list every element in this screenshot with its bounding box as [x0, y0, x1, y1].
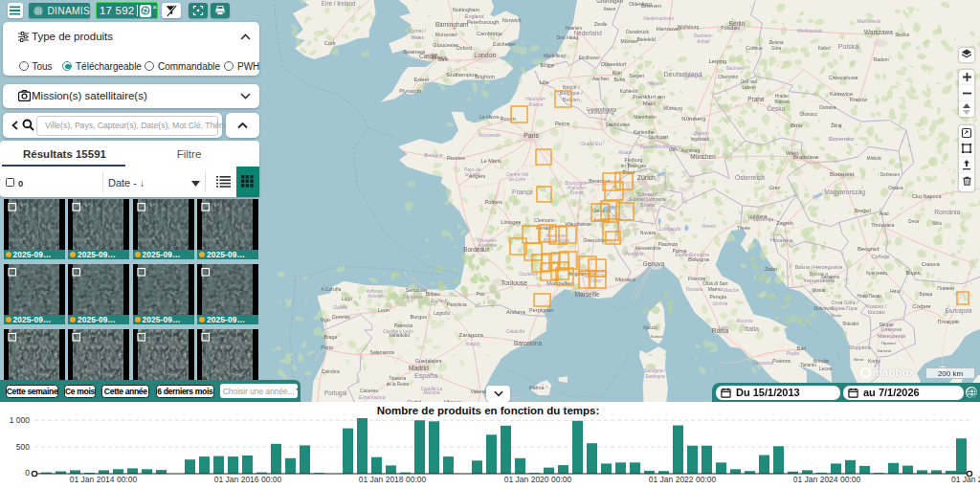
svg-text:Marino: Marino: [708, 286, 724, 292]
svg-text:Ниш: Ниш: [890, 288, 901, 294]
svg-text:Sachsen-: Sachsen-: [694, 33, 714, 38]
svg-text:Aachen: Aachen: [592, 76, 609, 81]
svg-text:Osnabrück: Osnabrück: [626, 29, 650, 34]
svg-text:Alsace: Alsace: [617, 150, 633, 155]
svg-text:Chemnitz: Chemnitz: [718, 74, 739, 79]
svg-text:Beograd: Beograd: [858, 246, 880, 252]
svg-text:Bretagne: Bretagne: [424, 153, 443, 158]
svg-text:Toscana: Toscana: [685, 287, 702, 292]
svg-text:Sardigna /: Sardigna /: [644, 368, 666, 373]
svg-text:Rouen: Rouen: [501, 116, 516, 122]
svg-text:Umbria: Umbria: [713, 301, 728, 306]
svg-text:Ústí nad: Ústí nad: [741, 78, 758, 84]
svg-text:de Loire: de Loire: [509, 177, 526, 182]
svg-text:Kraków: Kraków: [850, 97, 867, 102]
svg-text:Toulouse: Toulouse: [501, 279, 528, 286]
svg-text:Svizra: Svizra: [640, 202, 655, 208]
svg-text:Grand Est: Grand Est: [581, 142, 602, 146]
svg-text:Ingolstadt: Ingolstadt: [690, 137, 710, 142]
svg-text:Potenza: Potenza: [772, 358, 791, 364]
svg-text:Le Havre: Le Havre: [479, 114, 500, 120]
svg-text:Mazowiecki: Mazowiecki: [858, 19, 882, 24]
svg-text:Groningen: Groningen: [596, 0, 623, 4]
svg-text:Olomouc: Olomouc: [800, 112, 818, 117]
svg-text:Brugge: Brugge: [540, 63, 554, 68]
svg-text:Praha: Praha: [747, 96, 765, 102]
svg-text:Talavera: Talavera: [390, 376, 407, 381]
svg-text:Kosovo /: Kosovo /: [866, 303, 886, 309]
svg-text:España: España: [414, 371, 437, 380]
svg-text:Plymouth: Plymouth: [399, 88, 421, 94]
svg-text:Hauts-de-: Hauts-de-: [525, 97, 546, 101]
svg-text:Köln: Köln: [612, 70, 622, 76]
svg-text:im Breisgau: im Breisgau: [621, 163, 647, 168]
svg-text:Marche: Marche: [724, 288, 739, 293]
svg-text:Slovenija: Slovenija: [752, 216, 773, 222]
svg-text:Враца: Враца: [920, 292, 933, 297]
svg-text:Zwolle: Zwolle: [594, 22, 608, 27]
svg-text:Grenoble: Grenoble: [583, 237, 605, 243]
svg-text:Ourense: Ourense: [332, 314, 351, 320]
svg-text:Cantabria: Cantabria: [403, 295, 423, 300]
svg-text:Middelburg: Middelburg: [544, 54, 566, 58]
svg-text:Thüringen: Thüringen: [681, 74, 702, 78]
svg-text:Coimbra: Coimbra: [322, 368, 340, 374]
svg-text:Warszawa: Warszawa: [864, 29, 893, 35]
svg-text:Kotor: Kotor: [832, 313, 841, 318]
svg-text:Bayern: Bayern: [694, 131, 709, 136]
svg-text:Comté: Comté: [570, 190, 584, 195]
svg-text:Debrecen: Debrecen: [880, 172, 900, 177]
svg-text:London: London: [474, 52, 496, 58]
svg-text:Galicia: Galicia: [333, 305, 347, 310]
svg-text:Swansea: Swansea: [403, 49, 426, 55]
svg-text:Zielona: Zielona: [768, 40, 784, 45]
svg-text:Budapest: Budapest: [830, 171, 855, 177]
svg-text:Cáceres: Cáceres: [360, 388, 378, 393]
svg-text:Koblenz: Koblenz: [620, 88, 638, 94]
svg-text:Kalisz: Kalisz: [818, 46, 831, 51]
svg-text:Timișoara: Timișoara: [871, 222, 895, 228]
svg-text:Žilina: Žilina: [831, 122, 841, 128]
svg-text:Palencia: Palencia: [394, 322, 413, 328]
svg-text:la Loire: la Loire: [465, 172, 480, 177]
svg-text:Hrvatska: Hrvatska: [770, 237, 793, 243]
svg-text:Mostar: Mostar: [813, 288, 827, 293]
svg-text:Labem: Labem: [743, 85, 756, 90]
svg-text:Králové: Králové: [774, 100, 790, 104]
svg-text:0: 0: [25, 468, 30, 478]
svg-text:Paris: Paris: [523, 132, 539, 139]
svg-text:Le Mans: Le Mans: [481, 158, 501, 164]
svg-text:Arad: Arad: [880, 211, 889, 216]
svg-text:Würzburg: Würzburg: [663, 106, 682, 111]
svg-text:Guadalajara: Guadalajara: [415, 358, 442, 364]
svg-text:Monaco: Monaco: [615, 277, 636, 282]
svg-text:Крагуевац: Крагуевац: [866, 271, 887, 276]
svg-text:България: България: [945, 307, 971, 315]
svg-text:Graz: Graz: [769, 185, 780, 190]
svg-text:Andorra: Andorra: [506, 309, 526, 315]
svg-text:Marseille: Marseille: [575, 291, 600, 298]
svg-text:Anhalt: Anhalt: [696, 39, 710, 44]
svg-text:Leipzig: Leipzig: [708, 58, 726, 64]
svg-text:Cluj-Napoca: Cluj-Napoca: [912, 193, 942, 199]
svg-text:Siedlce: Siedlce: [895, 33, 910, 37]
svg-text:Пловдив: Пловдив: [937, 319, 958, 324]
svg-text:Bath: Bath: [438, 56, 449, 62]
svg-text:Slovensko: Slovensko: [828, 136, 854, 142]
svg-text:Assen: Assen: [604, 7, 616, 11]
svg-text:Münster: Münster: [621, 38, 639, 44]
svg-text:Perpignan: Perpignan: [529, 307, 553, 313]
svg-text:France: France: [528, 102, 543, 107]
svg-text:Saarbrücken: Saarbrücken: [605, 122, 630, 127]
svg-text:Wielkopolski: Wielkopolski: [796, 29, 823, 33]
svg-text:Црна Гора: Црна Гора: [833, 305, 858, 311]
svg-text:Eindhoven: Eindhoven: [579, 56, 600, 60]
svg-text:Lombardia: Lombardia: [659, 227, 681, 232]
svg-text:Góra: Góra: [771, 46, 782, 51]
svg-text:Oradea: Oradea: [888, 186, 903, 190]
svg-text:Colchester: Colchester: [493, 41, 516, 47]
svg-text:Zürich: Zürich: [637, 174, 656, 181]
svg-text:Shkodër: Shkodër: [842, 322, 859, 326]
svg-text:Битола: Битола: [878, 348, 891, 353]
svg-text:Augsburg: Augsburg: [680, 148, 700, 153]
